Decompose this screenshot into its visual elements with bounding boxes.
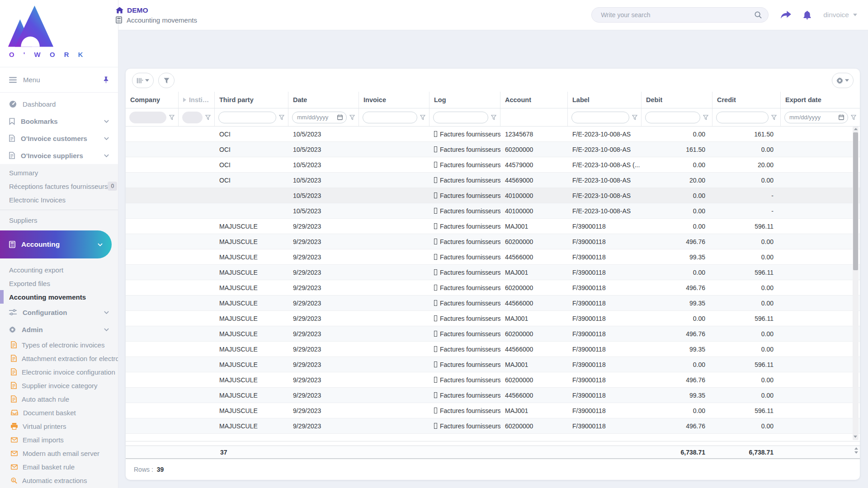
columns-chooser-button[interactable] xyxy=(132,73,154,88)
sidebar-item-accounting-export[interactable]: Accounting export xyxy=(0,263,118,277)
sidebar-item-o-invoice-customers[interactable]: O'Invoice customers xyxy=(0,130,118,147)
svg-text:$: $ xyxy=(13,478,14,481)
table-row[interactable]: MAJUSCULE9/29/2023Factures fournisseurs4… xyxy=(126,296,860,311)
sidebar-item-modern-auth-email-server[interactable]: Modern auth email server xyxy=(0,446,118,460)
table-row[interactable]: MAJUSCULE9/29/2023Factures fournisseursM… xyxy=(126,357,860,372)
scroll-down-icon[interactable] xyxy=(854,451,858,454)
table-row[interactable]: MAJUSCULE9/29/2023Factures fournisseursM… xyxy=(126,311,860,326)
filter-funnel-icon[interactable] xyxy=(632,115,637,120)
scroll-down-icon[interactable] xyxy=(854,436,857,438)
column-header-third-party[interactable]: Third party xyxy=(215,92,288,108)
pin-icon[interactable] xyxy=(103,76,109,84)
filter-toggle-button[interactable] xyxy=(158,73,175,88)
filter-input-third-party[interactable] xyxy=(218,112,276,123)
column-header-company[interactable]: Company xyxy=(126,92,179,108)
table-row[interactable]: MAJUSCULE9/29/2023Factures fournisseurs6… xyxy=(126,234,860,249)
filter-funnel-icon[interactable] xyxy=(169,115,175,120)
sidebar-item-document-basket[interactable]: Document basket xyxy=(0,406,118,419)
sidebar-item-bookmarks[interactable]: Bookmarks xyxy=(0,113,118,130)
filter-funnel-icon[interactable] xyxy=(205,115,211,120)
sidebar-item-summary[interactable]: Summary xyxy=(0,166,118,179)
column-header-debit[interactable]: Debit xyxy=(642,92,712,108)
sidebar-item-attachment-extraction-for-electroni[interactable]: Attachment extraction for electroni xyxy=(0,352,118,365)
filter-funnel-icon[interactable] xyxy=(420,115,425,120)
filter-funnel-icon[interactable] xyxy=(851,115,856,120)
column-header-label[interactable]: Label xyxy=(568,92,642,108)
empty-box-icon xyxy=(434,361,437,367)
table-row[interactable]: MAJUSCULE9/29/2023Factures fournisseurs6… xyxy=(126,418,860,434)
sidebar-item-email-imports[interactable]: Email imports xyxy=(0,433,118,446)
cell-company xyxy=(126,249,179,264)
grid-settings-button[interactable] xyxy=(832,73,854,88)
column-header-invoice[interactable]: Invoice xyxy=(359,92,429,108)
filter-date-export-date[interactable]: mm/dd/yyyy xyxy=(784,112,848,123)
search-input[interactable] xyxy=(600,11,755,19)
sidebar-item-accounting[interactable]: Accounting xyxy=(0,230,112,258)
sidebar-item-supplier-invoice-category[interactable]: Supplier invoice category xyxy=(0,379,118,392)
column-header-date[interactable]: Date xyxy=(288,92,359,108)
sidebar-item-label: O'Invoice customers xyxy=(21,135,87,142)
cell-debit: 161.50 xyxy=(642,142,712,157)
filter-input-label[interactable] xyxy=(571,112,629,123)
filter-input-log[interactable] xyxy=(433,112,488,123)
column-header-export-date[interactable]: Export date xyxy=(781,92,860,108)
table-row[interactable]: MAJUSCULE9/29/2023Factures fournisseurs6… xyxy=(126,326,860,342)
menu-toggle[interactable]: Menu xyxy=(0,67,118,93)
sidebar-item-electronic-invoice-configuration[interactable]: Electronic invoice configuration xyxy=(0,365,118,379)
column-header-account[interactable]: Account xyxy=(500,92,568,108)
cell-account: 60200000 xyxy=(500,326,568,341)
filter-input-debit[interactable] xyxy=(645,112,700,123)
table-row[interactable]: 10/5/2023Factures fournisseurs40100000F/… xyxy=(126,203,860,219)
table-row[interactable]: MAJUSCULE9/29/2023Factures fournisseurs4… xyxy=(126,388,860,403)
filter-funnel-icon[interactable] xyxy=(703,115,708,120)
table-row[interactable]: MAJUSCULE9/29/2023Factures fournisseursM… xyxy=(126,403,860,418)
table-row[interactable]: OCI10/5/2023Factures fournisseurs6020000… xyxy=(126,142,860,157)
notifications-bell-icon[interactable] xyxy=(803,11,811,19)
sidebar-item-dashboard[interactable]: Dashboard xyxy=(0,95,118,113)
sidebar-item-configuration[interactable]: Configuration xyxy=(0,304,118,321)
table-row[interactable]: MAJUSCULE9/29/2023Factures fournisseursM… xyxy=(126,265,860,280)
table-row[interactable]: MAJUSCULE9/29/2023Factures fournisseurs4… xyxy=(126,249,860,265)
sidebar-item-exported-files[interactable]: Exported files xyxy=(0,277,118,290)
column-header-log[interactable]: Log xyxy=(429,92,500,108)
table-row[interactable]: OCI10/5/2023Factures fournisseurs4457900… xyxy=(126,157,860,173)
scroll-up-icon[interactable] xyxy=(854,447,858,450)
filter-input-invoice[interactable] xyxy=(363,112,417,123)
column-header-institution[interactable]: Institution xyxy=(179,92,215,108)
sidebar-item-email-basket-rule[interactable]: Email basket rule xyxy=(0,460,118,474)
sidebar-item-r-ceptions-factures-fournisseurs[interactable]: Réceptions factures fournisseurs0 xyxy=(0,179,118,193)
table-row[interactable]: MAJUSCULE9/29/2023Factures fournisseurs4… xyxy=(126,342,860,357)
scrollbar-thumb[interactable] xyxy=(853,132,858,270)
filter-funnel-icon[interactable] xyxy=(279,115,284,120)
empty-box-icon xyxy=(434,223,437,229)
filter-funnel-icon[interactable] xyxy=(771,115,777,120)
totals-scroll-buttons[interactable] xyxy=(854,447,858,454)
global-search[interactable] xyxy=(591,7,769,23)
sidebar-item-o-invoice-suppliers[interactable]: O'Invoice suppliers xyxy=(0,147,118,164)
table-row[interactable]: OCI10/5/2023Factures fournisseurs1234567… xyxy=(126,127,860,142)
sidebar-item-electronic-invoices[interactable]: Electronic Invoices xyxy=(0,193,118,206)
table-row[interactable]: OCI10/5/2023Factures fournisseurs4456900… xyxy=(126,173,860,188)
filter-funnel-icon[interactable] xyxy=(349,115,355,120)
sidebar-item-virtual-printers[interactable]: Virtual printers xyxy=(0,419,118,433)
sidebar-item-types-of-electronic-invoices[interactable]: Types of electronic invoices xyxy=(0,338,118,352)
vertical-scrollbar[interactable] xyxy=(853,127,859,440)
column-header-credit[interactable]: Credit xyxy=(712,92,781,108)
sidebar-item-auto-attach-rule[interactable]: Auto attach rule xyxy=(0,392,118,406)
filter-input-credit[interactable] xyxy=(716,112,769,123)
table-row[interactable]: MAJUSCULE9/29/2023Factures fournisseursM… xyxy=(126,219,860,234)
user-menu[interactable]: dinvoice xyxy=(823,11,857,19)
filter-funnel-icon[interactable] xyxy=(491,115,496,120)
sidebar-item-automatic-extractions[interactable]: $Automatic extractions xyxy=(0,474,118,487)
sidebar-item-suppliers[interactable]: Suppliers xyxy=(0,213,118,227)
app-logo[interactable]: O ' W O R K xyxy=(0,0,118,67)
scroll-up-icon[interactable] xyxy=(854,128,858,130)
sidebar-item-label: Electronic Invoices xyxy=(9,196,66,204)
sidebar-item-accounting-movements[interactable]: Accounting movements xyxy=(0,290,118,304)
filter-date-date[interactable]: mm/dd/yyyy xyxy=(292,112,347,123)
share-icon[interactable] xyxy=(781,11,791,19)
table-row[interactable]: MAJUSCULE9/29/2023Factures fournisseurs6… xyxy=(126,372,860,388)
table-row[interactable]: 10/5/2023Factures fournisseurs40100000F/… xyxy=(126,188,860,203)
sidebar-item-admin[interactable]: Admin xyxy=(0,321,118,338)
table-row[interactable]: MAJUSCULE9/29/2023Factures fournisseurs6… xyxy=(126,280,860,296)
